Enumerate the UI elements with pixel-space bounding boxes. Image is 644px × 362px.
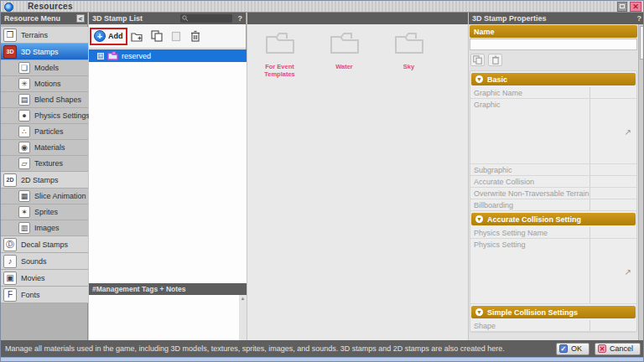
scroll-up-icon[interactable]: ▲ [241,296,246,301]
property-row-subgraphic[interactable]: Subgraphic [470,164,636,176]
section-bar-basic[interactable]: ▼Basic [471,73,636,85]
sidebar-item-slice-animation[interactable]: ▦Slice Animation [1,189,88,204]
sidebar-item-label: Sounds [21,257,47,266]
sidebar-item-physics-settings[interactable]: ●Physics Settings [1,108,88,124]
diagonal-arrow-icon[interactable]: ↗ [625,127,631,136]
name-input[interactable] [470,44,636,54]
sidebar-item-label: Sprites [34,208,58,216]
sidebar-item-terrains[interactable]: ❒Terrains [1,27,88,44]
properties-scrollbar[interactable] [638,24,644,340]
blend-shapes-icon: ▤ [18,94,30,106]
property-label: Shape [470,320,589,331]
property-row-physics-setting-name[interactable]: Physics Setting Name [470,227,636,239]
sidebar-item-2d-stamps[interactable]: 2D2D Stamps [1,172,88,189]
copy-property-button[interactable] [470,54,485,66]
property-value[interactable] [589,176,636,187]
folder-icon [330,31,360,54]
diagonal-arrow-icon[interactable]: ↗ [625,266,631,276]
stamp-tree: +reserved [89,49,247,283]
duplicate-icon [151,30,163,42]
window-bottom-edge [1,357,644,362]
property-label: Billboarding [470,199,589,210]
sidebar-item-decal-stamps[interactable]: ⒹDecal Stamps [1,236,88,253]
property-value[interactable] [589,199,636,210]
section-bar-simple-collision-settings[interactable]: ▼Simple Collision Settings [471,306,636,318]
sidebar-item-fonts[interactable]: FFonts [1,287,88,303]
property-value[interactable] [589,188,636,199]
close-button[interactable]: ✕ [630,2,641,12]
sidebar-item-label: Decal Stamps [21,240,68,249]
property-row-graphic[interactable]: Graphic↗ [470,99,636,164]
sidebar-item-label: Slice Animation [34,192,86,200]
sidebar-item-materials[interactable]: ◉Materials [1,140,88,156]
sidebar-item-textures[interactable]: ▱Textures [1,156,88,172]
sidebar-item-images[interactable]: ▥Images [1,220,88,236]
property-row-overwrite-non-traversable-terrain[interactable]: Overwrite Non-Traversable Terrain [470,188,636,199]
status-bar: Manage all materials used in the game, i… [1,340,644,357]
content-header-bar [247,13,468,24]
property-value[interactable] [589,87,636,98]
folder-icon [394,31,424,54]
sidebar-item-label: Materials [34,143,65,152]
sidebar-item-movies[interactable]: ▣Movies [1,270,88,287]
content-folder-sky[interactable]: Sky [382,31,436,79]
motions-icon: ✳ [18,78,30,90]
property-value[interactable] [589,320,636,331]
maximize-button[interactable] [617,2,627,12]
sidebar-item-label: Particles [34,127,64,136]
property-row-shape[interactable]: Shape [470,320,636,332]
sidebar-item-label: Physics Settings [34,111,90,120]
property-value[interactable] [589,227,636,238]
sidebar-item-models[interactable]: ❏Models [1,60,88,76]
materials-icon: ◉ [18,142,30,153]
sidebar-item-blend-shapes[interactable]: ▤Blend Shapes [1,92,88,108]
content-folder-for-event-templates[interactable]: For Event Templates [252,31,307,79]
app-icon [4,3,13,12]
property-value[interactable]: ↗ [589,99,636,163]
sidebar-item-3d-stamps[interactable]: 3D3D Stamps [1,44,88,60]
property-value[interactable]: ↗ [589,239,636,303]
paste-button[interactable] [169,29,184,43]
chevron-down-icon: ▼ [475,75,483,83]
resources-window: Resources ✕ Resource Menu < ❒Terrains3D3… [0,0,644,362]
new-folder-button[interactable] [130,29,145,43]
duplicate-icon [473,55,482,65]
property-value[interactable] [589,164,636,175]
sidebar-item-sprites[interactable]: ✶Sprites [1,204,88,220]
sidebar-item-motions[interactable]: ✳Motions [1,76,88,92]
properties-help-button[interactable]: ? [637,13,642,24]
property-row-physics-setting[interactable]: Physics Setting↗ [470,239,636,304]
sidebar-item-particles[interactable]: ∴Particles [1,124,88,140]
movies-icon: ▣ [3,272,17,285]
delete-button[interactable] [188,29,203,43]
add-icon: + [94,30,106,42]
ok-button[interactable]: ✓ OK [556,343,589,355]
delete-property-button[interactable] [488,54,502,66]
slice-animation-icon: ▦ [18,190,30,202]
property-label: Accurate Collision [470,176,589,187]
stamp-list-panel: 3D Stamp List ? + Add [89,13,247,340]
folder-label: Sky [403,63,414,70]
property-label: Physics Setting Name [470,227,589,238]
collapse-sidebar-button[interactable]: < [76,14,85,23]
search-input[interactable] [180,14,232,23]
duplicate-button[interactable] [149,29,164,43]
tree-item-reserved[interactable]: +reserved [89,49,247,62]
stamp-list-help-button[interactable]: ? [238,13,243,24]
content-folder-water[interactable]: Water [317,31,371,79]
property-row-billboarding[interactable]: Billboarding [470,199,636,211]
section-title: Accurate Collision Setting [487,215,581,224]
property-label: Overwrite Non-Traversable Terrain [470,188,589,199]
property-row-graphic-name[interactable]: Graphic Name [470,87,636,99]
search-icon [182,15,189,22]
chevron-down-icon: ▼ [475,308,483,316]
window-title: Resources [28,2,73,11]
expand-icon[interactable]: + [97,53,104,59]
sidebar-item-label: Images [34,224,60,232]
property-row-accurate-collision[interactable]: Accurate Collision [470,176,636,188]
sidebar-item-sounds[interactable]: ♪Sounds [1,253,88,270]
section-bar-accurate-collision-setting[interactable]: ▼Accurate Collision Setting [471,213,636,225]
chevron-down-icon: ▼ [475,215,483,223]
add-button[interactable]: + Add [94,30,123,42]
cancel-button[interactable]: ✕ Cancel [595,343,641,355]
